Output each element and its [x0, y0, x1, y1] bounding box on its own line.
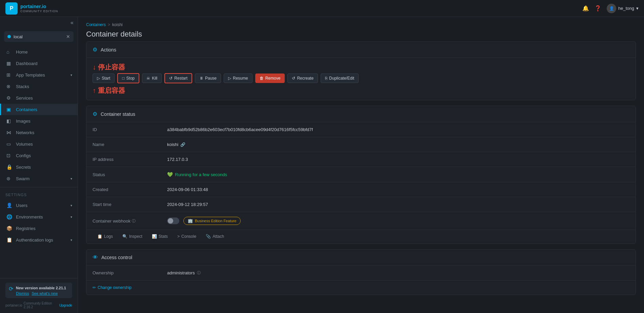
- restart-button[interactable]: ↺ Restart: [164, 73, 192, 83]
- auth-logs-icon: 📋: [6, 237, 13, 243]
- table-row: Ownership administrators ⓘ: [86, 266, 636, 280]
- containers-icon: ▣: [6, 107, 13, 112]
- sidebar-item-networks[interactable]: ⋈ Networks: [0, 127, 78, 138]
- tab-console[interactable]: > Console: [173, 230, 201, 244]
- table-row: ID a384babfb9d52b86b2e603ecf7b010fd8cb6a…: [86, 122, 636, 137]
- upgrade-link[interactable]: Upgrade: [59, 304, 72, 307]
- sidebar-item-label: Environments: [16, 214, 67, 220]
- tab-inspect[interactable]: 🔍 Inspect: [118, 230, 147, 244]
- tab-label: Logs: [104, 234, 113, 239]
- secrets-icon: 🔒: [6, 164, 13, 170]
- env-item-local[interactable]: local ✕: [4, 31, 74, 42]
- sidebar-item-containers[interactable]: ▣ Containers: [0, 104, 78, 115]
- env-close-icon[interactable]: ✕: [66, 34, 70, 39]
- stats-icon: 📊: [152, 234, 157, 239]
- access-control-title: Access control: [101, 255, 132, 260]
- actions-title: Actions: [101, 47, 116, 53]
- sidebar-item-auth-logs[interactable]: 📋 Authentication logs ▾: [0, 234, 78, 246]
- sidebar-item-dashboard[interactable]: ▦ Dashboard: [0, 58, 78, 69]
- sidebar-item-registries[interactable]: 📦 Registries: [0, 223, 78, 234]
- breadcrumb-current: koishi: [112, 22, 123, 27]
- recreate-button[interactable]: ↺ Recreate: [287, 74, 318, 83]
- pause-button[interactable]: ⏸ Pause: [195, 74, 221, 83]
- logo[interactable]: P portainer.io COMMUNITY EDITION: [5, 2, 58, 15]
- actions-card-header: ⚙ Actions: [86, 42, 636, 58]
- access-control-icon: 👁: [93, 254, 98, 260]
- webhook-row: 🏢 Business Edition Feature: [167, 217, 629, 225]
- home-icon: ⌂: [6, 49, 13, 55]
- users-icon: 👤: [6, 203, 13, 208]
- status-table: ID a384babfb9d52b86b2e603ecf7b010fd8cb6a…: [86, 122, 636, 230]
- tab-attach[interactable]: 📎 Attach: [201, 230, 229, 244]
- user-menu[interactable]: 👤 he_tong ▾: [607, 4, 639, 13]
- sidebar-item-images[interactable]: ◧ Images: [0, 115, 78, 127]
- sidebar-item-label: Configs: [16, 153, 72, 158]
- sidebar-item-environments[interactable]: 🌐 Environments ▾: [0, 211, 78, 223]
- pause-label: Pause: [205, 76, 217, 81]
- status-title: Container status: [101, 111, 135, 117]
- collapse-button[interactable]: «: [71, 20, 74, 26]
- configs-icon: ⊡: [6, 153, 13, 158]
- inspect-icon: 🔍: [122, 234, 127, 239]
- restart-icon: ↺: [169, 76, 173, 81]
- sidebar-item-app-templates[interactable]: ⊞ App Templates ▾: [0, 69, 78, 81]
- annotation-restart: ↑ 重启容器: [93, 86, 629, 95]
- ownership-help-icon: ⓘ: [197, 270, 201, 275]
- tab-stats[interactable]: 📊 Stats: [147, 230, 173, 244]
- sidebar-item-swarm[interactable]: ⊛ Swarm ▾: [0, 173, 78, 184]
- footer-brand-name: portainer.io: [5, 304, 22, 307]
- table-row: Container webhook ⓘ 🏢: [86, 212, 636, 230]
- breadcrumb-parent[interactable]: Containers: [86, 22, 106, 27]
- env-section: local ✕: [0, 28, 78, 45]
- new-version-actions: Dismiss See what's new: [16, 291, 66, 295]
- sidebar-item-services[interactable]: ⚙ Services: [0, 92, 78, 104]
- sidebar-footer: ⟳ New version available 2.21.1 Dismiss S…: [0, 278, 78, 313]
- whats-new-button[interactable]: See what's new: [32, 291, 58, 295]
- sidebar-item-label: Secrets: [16, 165, 72, 170]
- tab-label: Stats: [159, 234, 168, 239]
- field-label: Start time: [86, 197, 161, 212]
- avatar: 👤: [607, 4, 616, 13]
- ownership-label: Ownership: [86, 266, 161, 280]
- breadcrumb-separator: >: [108, 22, 110, 27]
- business-badge-label: Business Edition Feature: [195, 219, 236, 223]
- change-ownership-button[interactable]: ✏ Change ownership: [86, 280, 636, 295]
- sidebar-item-volumes[interactable]: ▭ Volumes: [0, 138, 78, 150]
- user-name: he_tong: [618, 6, 634, 11]
- remove-button[interactable]: 🗑 Remove: [255, 74, 285, 83]
- tab-logs[interactable]: 📋 Logs: [93, 230, 118, 244]
- annotation-down-arrow: ↓: [93, 63, 96, 71]
- sidebar-item-label: Volumes: [16, 142, 72, 147]
- duplicate-button[interactable]: ⎘ Duplicate/Edit: [321, 74, 359, 83]
- name-with-link: koishi 🔗: [167, 142, 629, 147]
- sidebar-item-label: App Templates: [16, 72, 67, 78]
- start-button[interactable]: ▷ Start: [93, 74, 115, 83]
- help-icon[interactable]: ❓: [595, 5, 601, 12]
- sidebar-item-users[interactable]: 👤 Users ▾: [0, 200, 78, 211]
- notification-icon[interactable]: 🔔: [582, 5, 589, 12]
- swarm-icon: ⊛: [6, 176, 13, 181]
- external-link-icon[interactable]: 🔗: [180, 142, 185, 147]
- sidebar-item-secrets[interactable]: 🔒 Secrets: [0, 161, 78, 173]
- duplicate-label: Duplicate/Edit: [329, 76, 354, 81]
- toggle-knob: [168, 218, 173, 224]
- actions-area: ↓ 停止容器 ▷ Start □ Stop ☠ Kill: [86, 58, 636, 100]
- resume-button[interactable]: ▷ Resume: [224, 74, 253, 83]
- sidebar-item-stacks[interactable]: ⊗ Stacks: [0, 81, 78, 92]
- sidebar-item-configs[interactable]: ⊡ Configs: [0, 150, 78, 161]
- sidebar-item-home[interactable]: ⌂ Home: [0, 46, 78, 58]
- logo-name: portainer.io: [20, 4, 58, 9]
- sidebar-item-label: Home: [16, 49, 72, 55]
- recreate-icon: ↺: [292, 76, 295, 81]
- stop-button[interactable]: □ Stop: [117, 73, 139, 83]
- webhook-toggle[interactable]: [167, 217, 179, 224]
- chevron-down-icon: ▾: [71, 204, 72, 207]
- sidebar: « local ✕ ⌂ Home ▦ Dashboard ⊞ App: [0, 17, 78, 313]
- business-edition-badge[interactable]: 🏢 Business Edition Feature: [183, 217, 241, 225]
- kill-button[interactable]: ☠ Kill: [142, 74, 162, 83]
- annotation-stop: ↓ 停止容器: [93, 63, 629, 72]
- dismiss-button[interactable]: Dismiss: [16, 291, 29, 295]
- table-row: Status 💚 Running for a few seconds: [86, 167, 636, 182]
- tab-label: Inspect: [129, 234, 142, 239]
- field-label: IP address: [86, 152, 161, 167]
